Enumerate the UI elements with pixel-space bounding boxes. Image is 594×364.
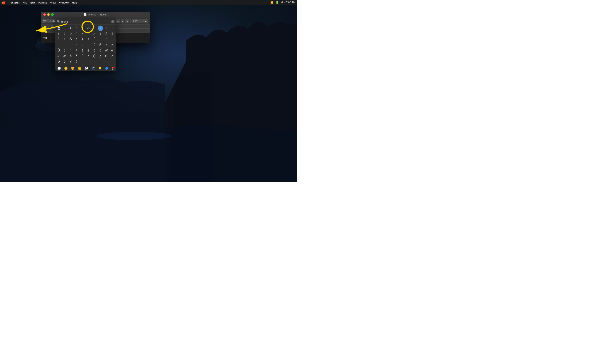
char-o-caron[interactable]: ǒ: [74, 37, 79, 42]
char-a-grave[interactable]: à: [98, 26, 103, 31]
char-u-grave2[interactable]: ù: [74, 31, 79, 36]
char-a-caron[interactable]: ǎ: [98, 31, 103, 36]
char-O-below-grave[interactable]: Ộ: [92, 53, 97, 59]
char-A-grave[interactable]: À: [68, 26, 74, 31]
apple-menu[interactable]: 🍎: [2, 1, 6, 5]
line-spacing-btn[interactable]: 1.0 ▾: [132, 19, 142, 23]
char-e-grave[interactable]: è: [103, 26, 109, 31]
char-r-caron[interactable]: ř: [86, 37, 91, 42]
search-clear-button[interactable]: ✕: [111, 20, 115, 23]
char-e-grave3[interactable]: ề: [86, 53, 91, 59]
menubar-view[interactable]: View: [50, 1, 56, 4]
char-double-grave2[interactable]: ": [74, 42, 79, 48]
char-U-grave2[interactable]: Ù: [68, 31, 74, 36]
char-A-caron[interactable]: Ǎ: [92, 31, 97, 36]
char-o-circ-grave[interactable]: ồ: [92, 48, 97, 53]
char-o-below-grave[interactable]: ộ: [98, 53, 103, 59]
char-e-caron[interactable]: ě: [109, 31, 115, 36]
char-grave3[interactable]: `: [56, 42, 61, 48]
char-double-grave[interactable]: ˝: [62, 42, 68, 48]
ruler-right-arrow2[interactable]: ▷: [48, 26, 49, 28]
close-button[interactable]: [43, 13, 46, 16]
char-ae-acute[interactable]: ǽ: [62, 53, 68, 59]
char-grave4[interactable]: `: [68, 42, 74, 48]
char-I-grave[interactable]: Ì: [80, 26, 85, 31]
maximize-button[interactable]: [51, 13, 54, 16]
menubar-help[interactable]: Help: [72, 1, 78, 4]
char-O-caron[interactable]: Ǒ: [68, 37, 74, 42]
char-R-caron[interactable]: Ř: [80, 37, 85, 42]
char-Й[interactable]: Й: [98, 42, 103, 48]
char-n-uml[interactable]: ṅ: [86, 31, 91, 36]
ruler-right-arrow[interactable]: ▷: [46, 26, 47, 28]
char-backslash[interactable]: \: [74, 48, 79, 53]
char-i-grave[interactable]: ì: [109, 26, 115, 31]
cat-smileys[interactable]: 😀: [63, 66, 68, 70]
char-A-ring-acute[interactable]: Ǻ: [68, 53, 74, 59]
char-grave6[interactable]: `: [68, 48, 74, 53]
char-E-grave[interactable]: È: [74, 26, 79, 31]
list-btn[interactable]: ☰: [143, 19, 148, 23]
menubar-edit[interactable]: Edit: [30, 1, 35, 4]
char-e-circ-grave[interactable]: ề: [86, 48, 91, 53]
char-comma[interactable]: ,: [109, 37, 115, 42]
char-a-ring-acute[interactable]: ǻ: [74, 53, 79, 59]
char-grave2[interactable]: `: [103, 37, 109, 42]
align-right-btn[interactable]: ≡: [125, 19, 129, 23]
menubar-format[interactable]: Format: [38, 1, 47, 4]
char-U-cap[interactable]: Ù: [92, 26, 97, 31]
char-N-uml[interactable]: Ṅ: [80, 31, 85, 36]
char-Y-grave[interactable]: Ỳ: [68, 59, 74, 64]
char-i-caron[interactable]: ǐ: [62, 37, 68, 42]
char-O-grave[interactable]: Ò: [86, 26, 91, 31]
char-o-hook-grave[interactable]: ờ: [109, 53, 115, 59]
ruler-close-x[interactable]: ✕: [51, 25, 54, 28]
svg-point-4: [97, 132, 171, 140]
cat-recent[interactable]: 🕐: [56, 66, 62, 70]
char-grave[interactable]: `: [62, 26, 68, 31]
align-left-btn[interactable]: ≡: [116, 19, 120, 23]
char-E-grave3[interactable]: Ề: [80, 53, 85, 59]
char-I-caron[interactable]: Ǐ: [56, 37, 61, 42]
char-U-below[interactable]: Ủ: [56, 59, 61, 64]
char-O-hook-grave[interactable]: Ờ: [103, 53, 109, 59]
char-u-below[interactable]: ủ: [62, 59, 68, 64]
menubar-file[interactable]: File: [23, 1, 27, 4]
cat-travel[interactable]: ✈️: [91, 66, 96, 70]
char-AE-acute[interactable]: Ǽ: [56, 53, 61, 59]
char-u-grave[interactable]: ù: [62, 31, 68, 36]
cat-symbols[interactable]: 🔷: [104, 66, 109, 70]
cat-animals[interactable]: 🐱: [70, 66, 75, 70]
char-w-grave[interactable]: ẁ: [109, 48, 115, 53]
char-W-grave[interactable]: Ẁ: [103, 48, 109, 53]
char-e-grave2[interactable]: è: [103, 42, 109, 48]
cat-objects[interactable]: 💡: [97, 66, 102, 70]
char-U-macr-grave[interactable]: Ǖ: [92, 37, 97, 42]
char-o-grave[interactable]: ò: [56, 31, 61, 36]
character-grid: 💀 ` À È Ì Ò Ù à è ì ò ù Ù ù Ṅ ṅ Ǎ ǎ Ě ě …: [55, 25, 116, 65]
ruler-left-arrow[interactable]: ◁: [42, 26, 43, 28]
cat-food[interactable]: 🍔: [77, 66, 82, 70]
char-search-input[interactable]: [61, 20, 110, 23]
menubar: 🍎 TextEdit File Edit Format View Window …: [0, 0, 297, 5]
ruler-left-arrow2[interactable]: ◁: [44, 26, 45, 28]
char-skull[interactable]: 💀: [56, 26, 61, 31]
align-center-btn[interactable]: ≡: [121, 19, 124, 23]
char-E-caron[interactable]: Ě: [103, 31, 109, 36]
char-u-grave-diaer[interactable]: ǜ: [62, 48, 68, 53]
char-u-macr-grave[interactable]: ǖ: [98, 37, 103, 42]
char-grave5[interactable]: `: [86, 42, 91, 48]
char-E-circ-grave[interactable]: Ề: [80, 48, 85, 53]
toolbar-style-btn[interactable]: ≡ ▾: [42, 19, 48, 23]
char-E-grave2[interactable]: È: [92, 42, 97, 48]
char-o-circ-grave2[interactable]: ộ: [98, 48, 103, 53]
minimize-button[interactable]: [47, 13, 50, 16]
cat-activities[interactable]: ⚽: [84, 66, 89, 70]
char-comma2[interactable]: ,: [80, 42, 85, 48]
cat-flags[interactable]: 🚩: [111, 66, 116, 70]
menubar-window[interactable]: Window: [59, 1, 69, 4]
menubar-app-name[interactable]: TextEdit: [9, 1, 19, 4]
char-й[interactable]: й: [109, 42, 115, 48]
char-y-grave[interactable]: ỳ: [74, 59, 79, 64]
char-U-grave-diaer[interactable]: Ǜ: [56, 48, 61, 53]
